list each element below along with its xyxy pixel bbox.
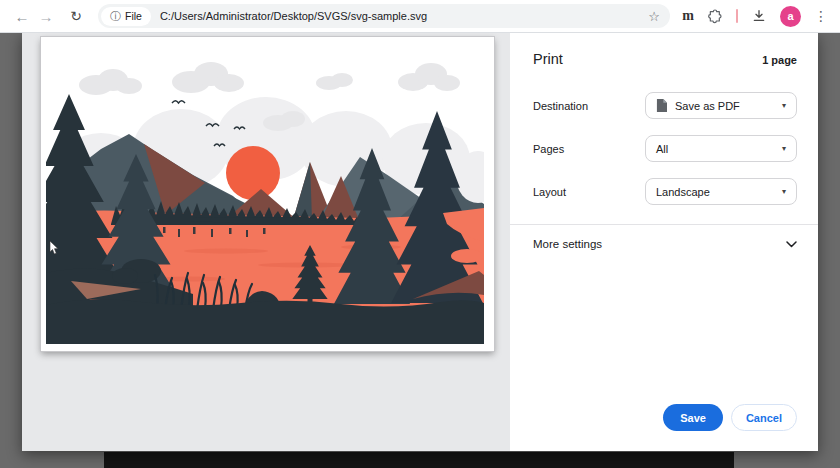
print-dialog: Print 1 page Destination Save as PDF ▾ <box>22 33 818 451</box>
file-chip-label: File <box>125 10 142 22</box>
print-preview-pane <box>22 33 510 451</box>
extension-m-icon[interactable]: m <box>682 8 694 24</box>
more-settings-toggle[interactable]: More settings <box>533 238 797 250</box>
dialog-title: Print <box>533 48 563 70</box>
destination-select[interactable]: Save as PDF ▾ <box>645 92 797 119</box>
more-settings-label: More settings <box>533 238 602 250</box>
preview-page <box>41 37 494 351</box>
pages-select[interactable]: All ▾ <box>645 135 797 162</box>
document-icon <box>656 99 667 112</box>
menu-kebab-icon[interactable]: ⋮ <box>814 8 828 24</box>
dialog-header: Print 1 page <box>533 33 797 70</box>
dimmed-page-overlay: Print 1 page Destination Save as PDF ▾ <box>0 33 840 468</box>
info-icon[interactable]: ⓘ <box>110 11 121 22</box>
chevron-down-icon: ▾ <box>782 144 786 153</box>
destination-row: Destination Save as PDF ▾ <box>533 92 797 119</box>
screen: ← → ↻ ⓘ File C:/Users/Administrator/Desk… <box>0 0 840 468</box>
destination-value: Save as PDF <box>675 100 740 112</box>
section-divider <box>510 224 818 225</box>
chevron-down-icon: ▾ <box>782 187 786 196</box>
browser-toolbar: ← → ↻ ⓘ File C:/Users/Administrator/Desk… <box>0 0 840 33</box>
print-settings-panel: Print 1 page Destination Save as PDF ▾ <box>510 33 818 451</box>
destination-label: Destination <box>533 100 588 112</box>
page-background-bar <box>104 452 734 468</box>
foreground-land <box>46 300 484 344</box>
url-text[interactable]: C:/Users/Administrator/Desktop/SVGS/svg-… <box>160 10 640 22</box>
layout-row: Layout Landscape ▾ <box>533 178 797 205</box>
back-icon[interactable]: ← <box>10 9 34 24</box>
pages-value: All <box>656 143 668 155</box>
reload-icon[interactable]: ↻ <box>64 9 88 23</box>
page-count: 1 page <box>762 54 797 66</box>
layout-select[interactable]: Landscape ▾ <box>645 178 797 205</box>
save-button[interactable]: Save <box>663 404 723 431</box>
bookmark-star-icon[interactable]: ☆ <box>648 9 660 24</box>
layout-label: Layout <box>533 186 566 198</box>
cancel-button[interactable]: Cancel <box>731 404 797 431</box>
dialog-footer: Save Cancel <box>663 404 797 431</box>
pages-row: Pages All ▾ <box>533 135 797 162</box>
file-scheme-chip[interactable]: ⓘ File <box>101 7 151 26</box>
layout-value: Landscape <box>656 186 710 198</box>
address-bar[interactable]: ⓘ File C:/Users/Administrator/Desktop/SV… <box>98 4 670 28</box>
profile-avatar[interactable]: a <box>780 6 801 27</box>
toolbar-divider <box>736 9 738 23</box>
pages-label: Pages <box>533 143 564 155</box>
chevron-down-icon <box>786 241 797 248</box>
download-icon[interactable] <box>751 8 767 24</box>
sun <box>226 146 280 200</box>
extensions-puzzle-icon[interactable] <box>707 8 723 24</box>
svg-sample-illustration <box>41 37 494 351</box>
toolbar-right-cluster: m a ⋮ <box>682 6 830 27</box>
forward-icon[interactable]: → <box>34 9 58 24</box>
chevron-down-icon: ▾ <box>782 101 786 110</box>
